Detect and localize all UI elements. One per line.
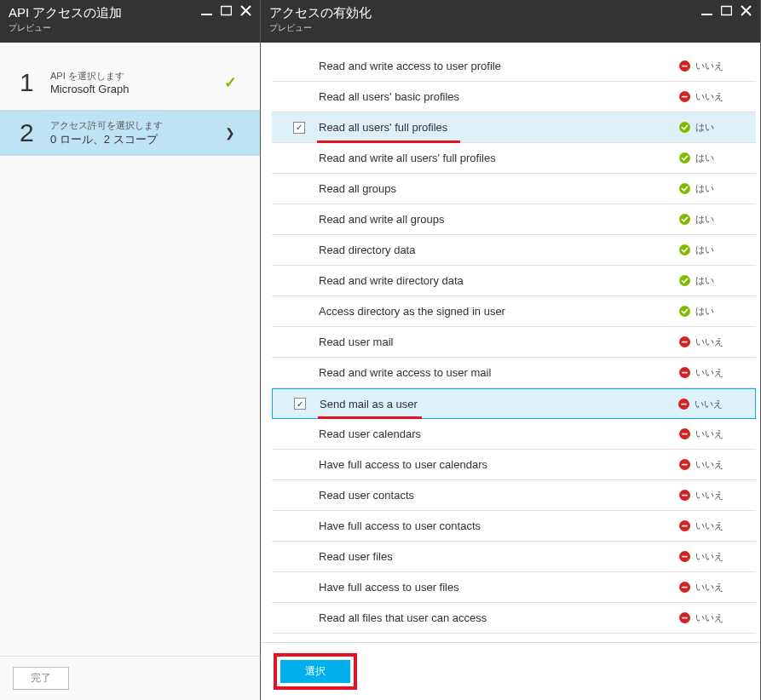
permission-name: Access directory as the signed in user xyxy=(319,305,679,318)
permission-row[interactable]: Have full access to user filesいいえ xyxy=(272,572,756,603)
permission-checkbox[interactable]: ✓ xyxy=(293,122,305,134)
status-text: いいえ xyxy=(695,489,724,502)
permission-row[interactable]: Read user filesいいえ xyxy=(272,542,756,572)
steps-list: 1API を選択しますMicrosoft Graph✓2アクセス許可を選択します… xyxy=(0,43,260,173)
select-button-highlight: 選択 xyxy=(274,653,357,690)
permission-scroll[interactable]: Read and write access to user profileいいえ… xyxy=(265,43,760,642)
permission-status: はい xyxy=(679,244,743,256)
status-no-icon xyxy=(679,336,690,347)
svg-rect-15 xyxy=(682,617,687,619)
minimize-icon[interactable] xyxy=(201,5,212,16)
right-panel: アクセスの有効化 プレビュー Read and write access to … xyxy=(261,0,761,700)
permission-row[interactable]: Have full access to user calendarsいいえ xyxy=(272,450,756,480)
left-panel-subtitle: プレビュー xyxy=(9,22,122,34)
maximize-icon[interactable] xyxy=(721,5,732,16)
select-button[interactable]: 選択 xyxy=(280,660,350,683)
permission-row[interactable]: ✓Read all users' full profilesはい xyxy=(272,112,756,143)
permission-row[interactable]: Access directory as the signed in userはい xyxy=(272,296,756,327)
permission-checkbox[interactable]: ✓ xyxy=(294,398,306,410)
permission-row[interactable]: Read directory dataはい xyxy=(272,235,756,266)
check-icon: ✓ xyxy=(224,73,237,92)
permission-status: いいえ xyxy=(678,398,742,410)
permission-row[interactable]: Read all groupsはい xyxy=(272,174,756,204)
maximize-icon[interactable] xyxy=(221,5,232,16)
status-no-icon xyxy=(679,582,690,593)
step-label: アクセス許可を選択します xyxy=(50,119,220,132)
permission-row[interactable]: Read and write all groupsはい xyxy=(272,204,756,235)
permission-status: いいえ xyxy=(679,519,743,532)
minimize-icon[interactable] xyxy=(701,5,712,16)
permission-status: はい xyxy=(679,305,743,318)
right-panel-title: アクセスの有効化 xyxy=(269,5,372,21)
status-no-icon xyxy=(679,60,690,72)
permission-name: Read all users' full profiles xyxy=(319,121,679,134)
permission-row[interactable]: Read user mailいいえ xyxy=(272,327,756,358)
status-no-icon xyxy=(679,428,690,439)
status-text: いいえ xyxy=(695,611,724,624)
permission-name: Read all files that user can access xyxy=(319,611,679,624)
status-text: はい xyxy=(695,244,714,256)
svg-rect-13 xyxy=(682,556,687,558)
status-text: いいえ xyxy=(695,90,724,103)
step-number: 2 xyxy=(20,118,45,147)
permission-status: はい xyxy=(679,121,743,134)
permission-name: Read and write directory data xyxy=(319,274,679,287)
permission-row[interactable]: Read all users' basic profilesいいえ xyxy=(272,82,756,112)
permission-name: Read and write access to user mail xyxy=(319,366,679,379)
status-no-icon xyxy=(679,367,690,378)
step-2[interactable]: 2アクセス許可を選択します0 ロール、2 スコープ❯ xyxy=(0,110,260,156)
permission-name: Read and write all groups xyxy=(319,213,679,226)
status-yes-icon xyxy=(679,152,690,164)
permission-row[interactable]: Read and write access to user mailいいえ xyxy=(272,358,756,388)
close-icon[interactable] xyxy=(240,5,251,16)
chevron-right-icon: ❯ xyxy=(225,126,235,140)
permission-name: Read and write all users' full profiles xyxy=(319,152,679,164)
status-text: はい xyxy=(695,305,714,318)
status-yes-icon xyxy=(679,275,690,286)
status-no-icon xyxy=(679,91,690,102)
status-no-icon xyxy=(678,399,689,410)
status-yes-icon xyxy=(679,122,690,133)
left-panel-header: API アクセスの追加 プレビュー xyxy=(0,0,260,43)
done-button[interactable]: 完了 xyxy=(13,667,69,690)
permission-row[interactable]: Read user contactsいいえ xyxy=(272,480,756,511)
step-1[interactable]: 1API を選択しますMicrosoft Graph✓ xyxy=(4,60,256,106)
permission-row[interactable]: Read and write access to user profileいいえ xyxy=(272,51,756,82)
permission-row[interactable]: Read and write directory dataはい xyxy=(272,266,756,296)
permission-name: Read user contacts xyxy=(319,489,679,502)
svg-rect-4 xyxy=(682,66,687,67)
status-text: いいえ xyxy=(695,366,724,379)
permission-status: いいえ xyxy=(679,427,743,440)
permission-row[interactable]: Read user calendarsいいえ xyxy=(272,419,756,450)
status-yes-icon xyxy=(679,183,690,194)
status-text: いいえ xyxy=(695,519,724,532)
step-value: Microsoft Graph xyxy=(50,83,220,95)
right-panel-footer: 選択 xyxy=(261,642,760,700)
close-icon[interactable] xyxy=(741,5,752,16)
svg-rect-11 xyxy=(682,495,687,496)
left-panel-footer: 完了 xyxy=(0,656,260,700)
permission-status: はい xyxy=(679,182,743,195)
status-text: いいえ xyxy=(695,398,723,410)
left-panel-body: 1API を選択しますMicrosoft Graph✓2アクセス許可を選択します… xyxy=(0,43,260,656)
permission-status: はい xyxy=(679,213,743,226)
permission-row[interactable]: Read all files that user can accessいいえ xyxy=(272,603,756,634)
right-panel-header: アクセスの有効化 プレビュー xyxy=(261,0,760,43)
status-text: いいえ xyxy=(695,581,724,594)
status-yes-icon xyxy=(679,306,690,317)
right-panel-subtitle: プレビュー xyxy=(269,22,372,34)
status-text: はい xyxy=(695,152,714,164)
step-number: 1 xyxy=(20,68,45,97)
permission-status: はい xyxy=(679,152,743,164)
permission-name: Read user files xyxy=(319,550,679,563)
permission-name: Read directory data xyxy=(319,244,679,256)
right-header-controls xyxy=(701,5,752,16)
permission-row[interactable]: Have full access to user contactsいいえ xyxy=(272,511,756,542)
permission-status: いいえ xyxy=(679,336,743,348)
permission-list: Read and write access to user profileいいえ… xyxy=(265,43,760,642)
permission-row[interactable]: ✓Send mail as a userいいえ xyxy=(272,388,756,419)
permission-row[interactable]: Read and write all users' full profilesは… xyxy=(272,143,756,174)
permission-status: いいえ xyxy=(679,60,743,72)
permission-name: Read user mail xyxy=(319,336,679,348)
status-text: いいえ xyxy=(695,336,724,348)
